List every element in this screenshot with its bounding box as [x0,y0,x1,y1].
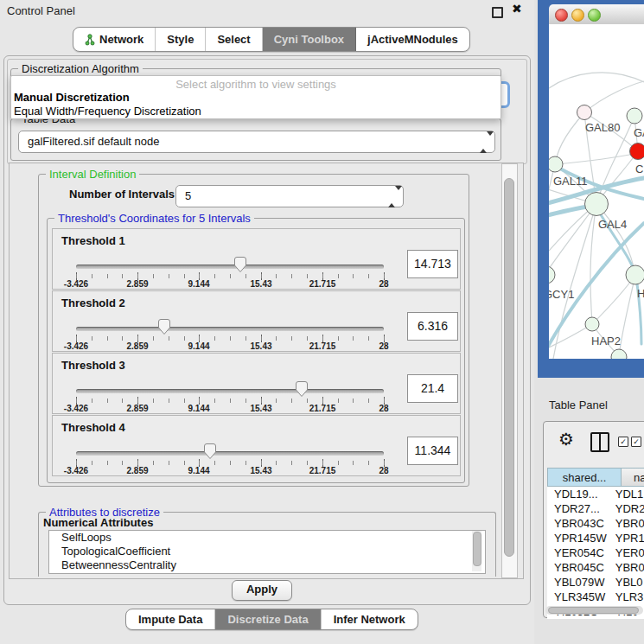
close-traffic-light-icon[interactable] [555,9,568,22]
node-highlighted [630,143,644,160]
tick-label: 21.715 [301,341,344,351]
threshold-4-value-field[interactable]: 11.344 [407,437,458,465]
tab-infer-network[interactable]: Infer Network [322,609,418,629]
node-label: GAL11 [553,175,588,188]
table-horizontal-scrollbar[interactable] [545,606,643,615]
list-item[interactable]: SelfLoops [49,531,485,545]
tick-label: 28 [362,404,405,413]
node-gal4 [585,193,609,216]
algorithm-dropdown-popup: Select algorithm to view settings Manual… [10,75,501,119]
close-icon[interactable]: ✖ [512,2,522,16]
slider-minor-ticks [76,461,385,465]
tick-label: 9.144 [177,404,220,413]
algorithm-option-manual[interactable]: Manual Discretization [14,91,130,104]
node-h [626,265,644,284]
interval-definition-group-title: Interval Definition [46,168,139,181]
tick-label: 15.43 [239,341,283,351]
tab-discretize-data[interactable]: Discretize Data [215,609,321,629]
threshold-4-slider-track[interactable] [76,451,384,456]
node-gal11 [549,156,563,172]
tab-select[interactable]: Select [206,28,262,51]
tick-label: 2.859 [116,341,159,351]
gear-icon[interactable]: ⚙ [558,430,574,448]
network-window-titlebar[interactable] [549,4,644,25]
threshold-4-row: Threshold 4 -3.426 2.859 9.144 15.43 21.… [52,415,461,476]
tab-style[interactable]: Style [156,28,206,51]
scrollbar-thumb[interactable] [548,607,639,614]
node-label: HAP2 [591,335,621,348]
table-row[interactable]: YBR043CYBR0 [547,516,644,531]
table-row[interactable]: YER054CYER0 [547,545,644,560]
table-row[interactable]: YBR045CYBR0 [547,560,644,575]
node-label: GAL80 [585,121,620,134]
checkbox-icon[interactable] [618,437,628,447]
settings-vertical-scrollbar[interactable] [501,163,518,578]
number-of-intervals-combobox[interactable]: 5 [175,185,404,207]
table-data-combobox[interactable]: galFiltered.sif default node [18,131,495,153]
column-header-name[interactable]: na [622,468,644,487]
tab-network[interactable]: Network [73,28,156,51]
network-canvas[interactable]: GAL80 GA C GAL11 GAL4 GCY1 H HAP2 [549,24,644,359]
slider-minor-ticks [76,274,385,278]
control-panel-tabbar: Network Style Select Cyni Toolbox jActiv… [73,27,470,52]
table-row[interactable]: YDR27...YDR2 [547,501,644,516]
attributes-list-scrollbar[interactable] [472,531,481,571]
scrollbar-thumb[interactable] [504,178,514,557]
columns-icon[interactable] [590,432,609,452]
table-header-row: shared... na [547,468,644,487]
scrollbar-thumb[interactable] [473,532,481,566]
table-row[interactable]: YLR345WYLR3 [547,590,644,604]
minimize-traffic-light-icon[interactable] [571,9,584,22]
table-data-combobox-value: galFiltered.sif default node [28,131,159,152]
threshold-2-slider-track[interactable] [76,327,384,331]
threshold-1-slider-thumb[interactable] [233,256,247,273]
threshold-2-row: Threshold 2 -3.426 2.859 9.144 15.43 21.… [52,290,461,352]
table-row[interactable]: YPR145WYPR1 [547,531,644,545]
threshold-3-slider-track[interactable] [76,389,384,393]
list-item[interactable]: TopologicalCoefficient [49,545,485,558]
column-header-shared-name[interactable]: shared... [547,468,622,487]
spinner-arrows-icon [480,136,488,148]
threshold-2-value-field[interactable]: 6.316 [407,312,458,341]
network-graph: GAL80 GA C GAL11 GAL4 GCY1 H HAP2 [549,24,644,359]
node-gcy1 [549,266,555,284]
table-row[interactable]: YBL079WYBL0 [547,575,644,590]
network-view-window: GAL80 GA C GAL11 GAL4 GCY1 H HAP2 [538,0,644,378]
list-item[interactable]: BetweennessCentrality [49,558,485,572]
apply-button[interactable]: Apply [232,580,292,601]
threshold-3-value-field[interactable]: 21.4 [407,374,458,403]
float-window-icon[interactable] [492,7,503,18]
tick-label: 2.859 [116,466,159,475]
threshold-3-slider-thumb[interactable] [295,380,309,398]
threshold-1-slider-track[interactable] [76,265,384,269]
numerical-attributes-list: SelfLoops TopologicalCoefficient Between… [48,530,486,574]
control-panel-window: Control Panel ✖ Network Style Select Cyn… [0,0,534,644]
tab-jactivemnodules[interactable]: jActiveMNodules [356,28,469,51]
tick-label: 28 [362,341,405,351]
threshold-1-label: Threshold 1 [61,234,125,247]
threshold-1-value-field[interactable]: 14.713 [407,250,458,278]
node-label: GAL4 [598,218,627,231]
numerical-attributes-label: Numerical Attributes [43,516,153,529]
tick-label: 9.144 [177,279,220,289]
table-row[interactable]: YDL19...YDL1 [547,487,644,501]
algorithm-dropdown-hint: Select algorithm to view settings [11,78,501,91]
table-data-group: Table Data galFiltered.sif default node [10,118,501,161]
slider-minor-ticks [76,336,385,341]
tick-label: -3.426 [54,279,98,289]
tick-label: -3.426 [54,341,98,351]
threshold-2-slider-thumb[interactable] [157,318,171,335]
tab-network-label: Network [99,28,143,51]
cyni-bottom-tabbar: Impute Data Discretize Data Infer Networ… [125,609,418,630]
tab-impute-data[interactable]: Impute Data [126,609,215,629]
threshold-4-slider-thumb[interactable] [203,443,217,460]
checkbox-icon[interactable] [631,437,641,447]
number-of-intervals-label: Number of Intervals [69,188,175,201]
tab-cyni-toolbox[interactable]: Cyni Toolbox [263,28,356,51]
spinner-arrows-icon [388,190,396,202]
table-rows: YDL19...YDL1 YDR27...YDR2 YBR043CYBR0 YP… [547,487,644,619]
tick-label: 15.43 [239,279,283,289]
algorithm-option-equal-width[interactable]: Equal Width/Frequency Discretization [14,105,201,118]
zoom-traffic-light-icon[interactable] [588,9,601,22]
tick-label: 2.859 [116,404,159,413]
